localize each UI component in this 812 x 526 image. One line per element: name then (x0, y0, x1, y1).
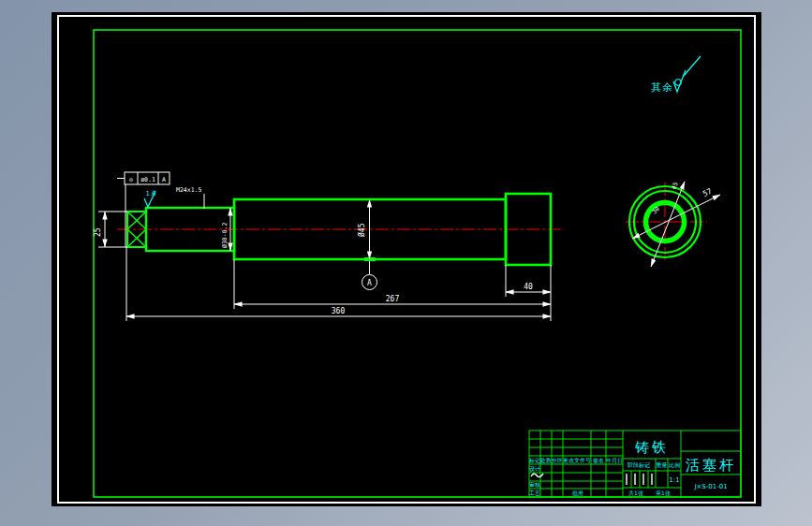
tb-scale-label: 比例 (669, 461, 680, 469)
dim-body: Ø45 (357, 223, 366, 237)
cyan-annotations: 1.6 其余 (144, 56, 701, 207)
drawing-number: J×S-01-01 (693, 483, 727, 490)
datum-label: A (367, 279, 372, 287)
tb-scale-value: 1:1 (669, 476, 679, 484)
roughness-circle-icon (675, 80, 681, 85)
drawing-canvas[interactable]: ◎ ø0.1 A M24x1.5 25 Ø30-0.2 Ø45 A 40 267… (52, 12, 761, 506)
dim-neck: Ø30-0.2 (221, 223, 229, 248)
frame-border (94, 30, 741, 497)
dim-57: 57 (701, 187, 714, 198)
tb-sheet-no: 第1张 (656, 489, 671, 497)
tb-header-sign: 签名 (593, 457, 604, 464)
tb-header-docno: 更改文件号 (563, 457, 591, 463)
tb-header-zone: 分区 (552, 457, 563, 463)
note-leader (684, 56, 701, 76)
tb-header-date: 年月日 (606, 457, 623, 464)
tb-row-design: 设计 (529, 465, 540, 472)
tb-row-approve: 批准 (572, 489, 583, 497)
tb-header-count: 处数 (539, 457, 552, 464)
material-label: 铸铁 (635, 439, 669, 456)
surface-note: 其余 (651, 81, 673, 94)
dimensions (98, 172, 720, 321)
tolerance-symbol: ◎ (129, 176, 133, 183)
tb-weight-label: 重量 (656, 461, 668, 468)
tb-sheets: 共1张 (628, 489, 643, 497)
tb-stage-label: 阶段标记 (627, 461, 650, 469)
tolerance-datum: A (162, 176, 166, 183)
dim-267: 267 (386, 295, 400, 303)
signature-scribble (531, 474, 543, 477)
dim-360: 360 (332, 307, 346, 315)
drawing-svg: ◎ ø0.1 A M24x1.5 25 Ø30-0.2 Ø45 A 40 267… (52, 12, 761, 506)
dim-25: 25 (94, 227, 102, 237)
tb-header-mark: 标记 (528, 457, 540, 464)
tolerance-value: ø0.1 (140, 176, 155, 183)
tb-row-process: 工艺 (529, 489, 540, 496)
thread-dim: M24x1.5 (176, 186, 201, 194)
dimension-texts: ◎ ø0.1 A M24x1.5 25 Ø30-0.2 Ø45 A 40 267… (94, 176, 714, 316)
cad-window: ◎ ø0.1 A M24x1.5 25 Ø30-0.2 Ø45 A 40 267… (0, 0, 812, 526)
part-name: 活塞杆 (686, 457, 736, 474)
dim-40: 40 (524, 283, 533, 291)
tb-row-check: 审核 (529, 481, 540, 488)
